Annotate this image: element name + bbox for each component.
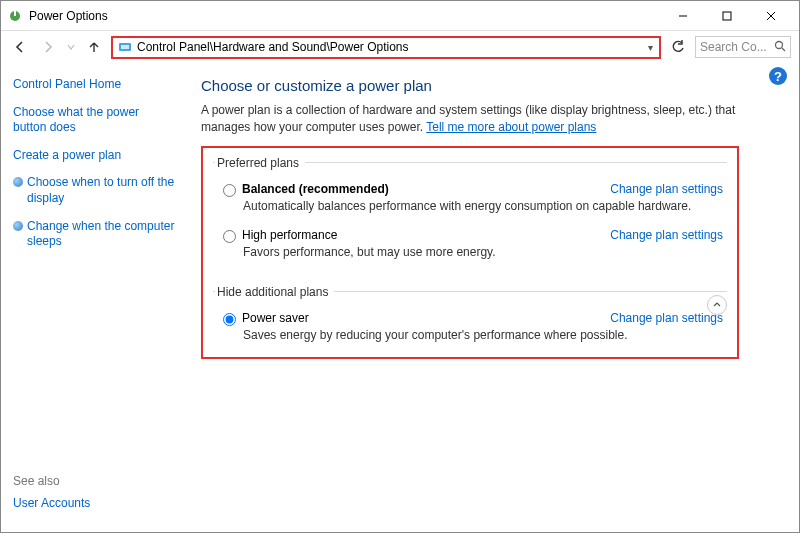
plans-box: Preferred plans Balanced (recommended) C… [201, 146, 739, 360]
bullet-icon [13, 177, 23, 187]
plan-saver-radio[interactable] [223, 313, 236, 326]
plan-balanced-label[interactable]: Balanced (recommended) [242, 182, 389, 196]
sidebar-item-home[interactable]: Control Panel Home [13, 77, 175, 93]
change-plan-high[interactable]: Change plan settings [610, 228, 723, 242]
search-input[interactable]: Search Co... [695, 36, 791, 58]
svg-line-9 [782, 48, 785, 51]
window-title: Power Options [29, 9, 661, 23]
plan-balanced-radio[interactable] [223, 184, 236, 197]
plan-high: High performance Change plan settings [215, 224, 725, 243]
additional-plans-group: Hide additional plans Power saver Change… [213, 285, 727, 346]
sidebar-item-create-plan[interactable]: Create a power plan [13, 148, 175, 164]
sidebar-item-computer-sleeps[interactable]: Change when the computer sleeps [27, 219, 175, 250]
plan-balanced: Balanced (recommended) Change plan setti… [215, 178, 725, 197]
svg-point-8 [776, 41, 783, 48]
recent-locations-button[interactable] [65, 36, 77, 58]
address-path: Control Panel\Hardware and Sound\Power O… [137, 40, 642, 54]
forward-button[interactable] [37, 36, 59, 58]
plan-high-label[interactable]: High performance [242, 228, 337, 242]
title-bar: Power Options [1, 1, 799, 31]
refresh-button[interactable] [667, 36, 689, 58]
svg-rect-3 [723, 12, 731, 20]
bullet-icon [13, 221, 23, 231]
main-content: ? Choose or customize a power plan A pow… [187, 63, 799, 532]
search-icon [774, 40, 786, 55]
back-button[interactable] [9, 36, 31, 58]
app-icon [7, 8, 23, 24]
preferred-plans-group: Preferred plans Balanced (recommended) C… [213, 156, 727, 271]
change-plan-saver[interactable]: Change plan settings [610, 311, 723, 325]
address-bar[interactable]: Control Panel\Hardware and Sound\Power O… [111, 36, 661, 59]
learn-more-link[interactable]: Tell me more about power plans [426, 120, 596, 134]
minimize-button[interactable] [661, 1, 705, 31]
plan-balanced-desc: Automatically balances performance with … [243, 199, 725, 215]
plan-high-radio[interactable] [223, 230, 236, 243]
see-also: See also User Accounts [13, 474, 175, 520]
help-icon[interactable]: ? [769, 67, 787, 85]
up-button[interactable] [83, 36, 105, 58]
plan-saver-desc: Saves energy by reducing your computer's… [243, 328, 725, 344]
see-also-user-accounts[interactable]: User Accounts [13, 496, 175, 512]
preferred-plans-legend: Preferred plans [215, 156, 305, 170]
sidebar-links: Control Panel Home Choose what the power… [13, 77, 175, 262]
window-controls [661, 1, 793, 31]
svg-rect-7 [121, 45, 129, 49]
search-placeholder: Search Co... [700, 40, 767, 54]
sidebar-item-power-button[interactable]: Choose what the power button does [13, 105, 175, 136]
sidebar: Control Panel Home Choose what the power… [1, 63, 187, 532]
plan-saver: Power saver Change plan settings [215, 307, 725, 326]
plan-saver-label[interactable]: Power saver [242, 311, 309, 325]
change-plan-balanced[interactable]: Change plan settings [610, 182, 723, 196]
additional-plans-legend: Hide additional plans [215, 285, 334, 299]
page-description: A power plan is a collection of hardware… [201, 102, 739, 136]
svg-rect-1 [14, 11, 16, 16]
see-also-heading: See also [13, 474, 175, 488]
control-panel-icon [117, 39, 133, 55]
sidebar-item-turn-off-display[interactable]: Choose when to turn off the display [27, 175, 175, 206]
plan-high-desc: Favors performance, but may use more ene… [243, 245, 725, 261]
close-button[interactable] [749, 1, 793, 31]
collapse-button[interactable] [707, 295, 727, 315]
maximize-button[interactable] [705, 1, 749, 31]
chevron-down-icon[interactable]: ▾ [646, 42, 655, 53]
address-row: Control Panel\Hardware and Sound\Power O… [1, 31, 799, 63]
page-heading: Choose or customize a power plan [201, 77, 739, 94]
